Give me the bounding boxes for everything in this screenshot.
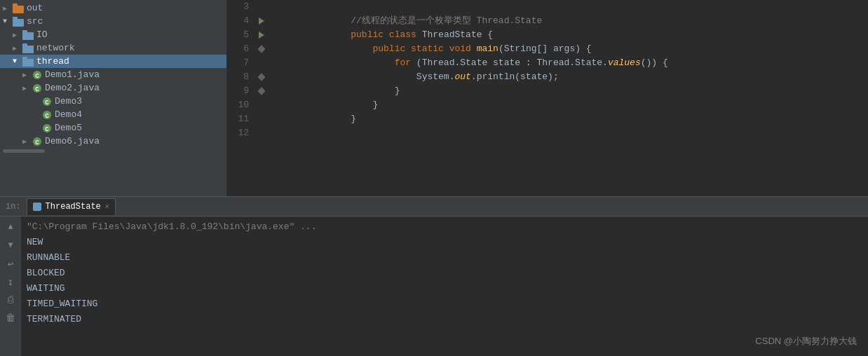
diamond-6: [257, 45, 265, 53]
sidebar-item-demo4[interactable]: ▶ C Demo4: [0, 108, 226, 121]
gutter-11: [255, 112, 269, 126]
line-num-5: 5: [226, 28, 249, 42]
console-line-timed-waiting: TIMED_WAITING: [27, 296, 862, 312]
svg-rect-9: [22, 57, 27, 60]
sidebar-label-thread: thread: [36, 56, 69, 67]
gutter-7: [255, 56, 269, 70]
sidebar-item-src[interactable]: ▼ src: [0, 15, 226, 28]
sidebar-label-network: network: [36, 43, 75, 53]
sidebar-label-demo6: Demo6.java: [45, 136, 100, 146]
toolbar-rerun-button[interactable]: ↩: [3, 256, 18, 271]
line-num-10: 10: [226, 98, 249, 112]
folder-icon-network: [22, 43, 34, 53]
tab-threadstate[interactable]: ThreadState ×: [27, 198, 116, 215]
line-num-11: 11: [226, 112, 249, 126]
file-icon-demo2: C: [32, 83, 42, 93]
console-line-blocked: BLOCKED: [27, 266, 862, 281]
svg-text:C: C: [45, 100, 49, 107]
line-num-7: 7: [226, 56, 249, 70]
comment-3: //线程的状态是一个枚举类型 Thread.State: [329, 15, 542, 26]
sidebar-item-demo6[interactable]: ▶ C Demo6.java: [0, 135, 226, 148]
sidebar-item-demo3[interactable]: ▶ C Demo3: [0, 95, 226, 108]
arrow-icon-thread: ▼: [13, 57, 22, 65]
tab-label: ThreadState: [46, 202, 101, 212]
console-prefix: in:: [6, 202, 21, 212]
sidebar-label-demo5: Demo5: [55, 123, 82, 133]
sidebar-item-IO[interactable]: ▶ IO: [0, 28, 226, 41]
sidebar-label-demo1: Demo1.java: [45, 69, 100, 80]
sidebar-item-thread[interactable]: ▼ thread: [0, 55, 226, 68]
sidebar-item-network[interactable]: ▶ network: [0, 41, 226, 55]
toolbar-down-button[interactable]: ▼: [3, 238, 18, 253]
gutter: [255, 0, 269, 196]
folder-icon-out: [13, 4, 24, 13]
sidebar-item-demo2[interactable]: ▶ C Demo2.java: [0, 81, 226, 95]
file-icon-demo5: C: [42, 123, 52, 133]
sidebar-label-src: src: [27, 16, 43, 27]
console-tab-icon: [33, 203, 41, 211]
diamond-8: [257, 73, 265, 81]
code-line-12: [274, 126, 868, 140]
file-icon-demo3: C: [42, 97, 52, 107]
file-icon-demo6: C: [32, 137, 42, 146]
sidebar: ▶ out ▼ src ▶ IO ▶: [0, 0, 226, 196]
folder-icon-src: [13, 17, 24, 27]
svg-rect-7: [22, 43, 27, 47]
svg-rect-1: [13, 4, 18, 7]
code-area: 3 4 5 6 7 8 9 10 11 12: [226, 0, 868, 196]
folder-icon-thread: [22, 57, 34, 67]
line-num-6: 6: [226, 42, 249, 56]
line-numbers: 3 4 5 6 7 8 9 10 11 12: [226, 0, 255, 196]
gutter-5[interactable]: [255, 28, 269, 42]
sidebar-item-out[interactable]: ▶ out: [0, 1, 226, 15]
gutter-6: [255, 42, 269, 56]
svg-text:C: C: [35, 139, 39, 146]
toolbar-print-button[interactable]: ⎙: [3, 292, 18, 308]
arrow-icon-src: ▼: [3, 18, 13, 25]
editor: 3 4 5 6 7 8 9 10 11 12: [226, 0, 868, 196]
line-num-3: 3: [226, 0, 249, 14]
tab-close-button[interactable]: ×: [105, 203, 109, 211]
console-toolbar: ▲ ▼ ↩ ↧ ⎙ 🗑: [0, 217, 21, 356]
gutter-4[interactable]: [255, 14, 269, 28]
gutter-12: [255, 126, 269, 140]
console-line-terminated: TERMINATED: [27, 312, 862, 327]
toolbar-up-button[interactable]: ▲: [3, 219, 18, 235]
code-line-3: //线程的状态是一个枚举类型 Thread.State: [274, 0, 868, 14]
console-line-runnable: RUNNABLE: [27, 250, 862, 266]
code-line-11: [274, 112, 868, 126]
sidebar-label-demo3: Demo3: [55, 96, 82, 107]
arrow-icon-demo6: ▶: [22, 137, 32, 146]
gutter-3: [255, 0, 269, 14]
watermark: CSDN @小陶努力挣大钱: [755, 335, 857, 348]
run-arrow-4[interactable]: [259, 18, 264, 25]
sidebar-label-demo4: Demo4: [55, 109, 82, 120]
console-output: "C:\Program Files\Java\jdk1.8.0_192\bin\…: [21, 217, 868, 356]
console-line-waiting: WAITING: [27, 281, 862, 296]
bottom-panel: in: ThreadState × ▲ ▼ ↩ ↧ ⎙ 🗑 "C:\Progra…: [0, 196, 868, 356]
console-line-cmd: "C:\Program Files\Java\jdk1.8.0_192\bin\…: [27, 219, 862, 235]
folder-icon-IO: [22, 30, 34, 40]
gutter-10: [255, 98, 269, 112]
toolbar-clear-button[interactable]: 🗑: [3, 310, 18, 326]
file-icon-demo1: C: [32, 70, 42, 80]
main-area: ▶ out ▼ src ▶ IO ▶: [0, 0, 868, 196]
code-content[interactable]: //线程的状态是一个枚举类型 Thread.State public class…: [269, 0, 868, 196]
scrollbar-thumb[interactable]: [3, 149, 45, 153]
gutter-9: [255, 84, 269, 98]
arrow-icon-demo1: ▶: [22, 71, 32, 79]
console-line-new: NEW: [27, 235, 862, 250]
file-icon-demo4: C: [42, 110, 52, 120]
svg-rect-5: [22, 30, 27, 34]
svg-text:C: C: [35, 73, 39, 80]
bottom-content: ▲ ▼ ↩ ↧ ⎙ 🗑 "C:\Program Files\Java\jdk1.…: [0, 217, 868, 356]
run-arrow-5[interactable]: [259, 32, 264, 39]
line-num-8: 8: [226, 70, 249, 84]
line-num-4: 4: [226, 14, 249, 28]
arrow-icon-network: ▶: [13, 44, 22, 53]
sidebar-item-demo1[interactable]: ▶ C Demo1.java: [0, 68, 226, 81]
diamond-9: [257, 87, 265, 95]
sidebar-item-demo5[interactable]: ▶ C Demo5: [0, 121, 226, 135]
bottom-tabs: in: ThreadState ×: [0, 197, 868, 217]
toolbar-stop-button[interactable]: ↧: [3, 274, 18, 289]
